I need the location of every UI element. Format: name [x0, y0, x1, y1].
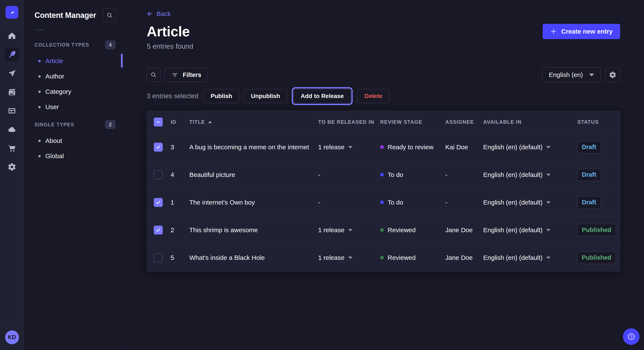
rail-item-marketplace[interactable] [5, 141, 19, 155]
table-header-row: ID TITLE TO BE RELEASED IN REVIEW STAGE … [147, 111, 620, 133]
publish-button[interactable]: Publish [204, 89, 239, 103]
cell-release[interactable]: 1 release [318, 226, 380, 234]
column-header-title[interactable]: TITLE [189, 119, 318, 125]
cell-release[interactable]: 1 release [318, 144, 380, 151]
indeterminate-dash-icon [156, 119, 161, 125]
rail-item-content-type-builder[interactable] [5, 104, 19, 118]
column-header-available-in: AVAILABLE IN [483, 119, 577, 125]
chevron-down-icon [546, 201, 551, 204]
row-checkbox[interactable] [154, 170, 163, 179]
cell-status: Published [577, 224, 620, 236]
nav-list: About Global [24, 133, 122, 164]
cell-available-in[interactable]: English (en) (default) [483, 199, 577, 206]
stage-dot-icon [380, 256, 384, 259]
nav-item-user[interactable]: User [24, 99, 122, 115]
add-to-release-button[interactable]: Add to Release [294, 89, 351, 103]
feather-icon [8, 50, 16, 59]
row-checkbox[interactable] [154, 143, 163, 152]
nav-item-label: Article [45, 57, 63, 65]
cell-assignee: Kai Doe [445, 144, 483, 151]
status-badge: Published [577, 224, 616, 236]
rail-item-releases[interactable] [5, 67, 19, 80]
bullet-icon [38, 60, 41, 62]
cell-available-in[interactable]: English (en) (default) [483, 144, 577, 151]
bullet-icon [38, 91, 41, 93]
nav-item-category[interactable]: Category [24, 84, 122, 99]
unpublish-button[interactable]: Unpublish [244, 89, 287, 103]
delete-button[interactable]: Delete [357, 89, 389, 103]
column-header-review-stage: REVIEW STAGE [380, 119, 445, 125]
entries-count: 5 entries found [147, 42, 620, 50]
strapi-logo[interactable] [6, 6, 18, 19]
rail-item-home[interactable] [5, 29, 19, 43]
subnav-search-button[interactable] [103, 8, 116, 22]
cell-assignee: Jane Doe [445, 226, 483, 234]
chevron-down-icon [546, 173, 551, 176]
row-checkbox[interactable] [154, 198, 163, 207]
locale-value: English (en) [549, 71, 583, 78]
nav-item-label: Global [45, 153, 64, 160]
table-row[interactable]: 5 What's inside a Black Hole 1 release R… [147, 244, 620, 271]
back-link[interactable]: Back [147, 10, 171, 17]
active-item-indicator [121, 54, 123, 68]
cell-review-stage: To do [380, 171, 445, 178]
user-avatar[interactable]: KD [5, 331, 19, 344]
rail-item-settings[interactable] [5, 160, 19, 174]
selection-count: 3 entries selected [147, 92, 198, 100]
nav-item-author[interactable]: Author [24, 69, 122, 84]
table-row[interactable]: 3 A bug is becoming a meme on the intern… [147, 133, 620, 161]
filter-icon [171, 71, 178, 78]
cell-id: 5 [170, 254, 189, 261]
select-all-checkbox[interactable] [154, 118, 163, 127]
cloud-icon [8, 125, 16, 134]
create-new-entry-button[interactable]: Create new entry [543, 24, 620, 39]
cell-id: 2 [170, 226, 189, 234]
chevron-down-icon [546, 228, 551, 232]
cell-review-stage: Ready to review [380, 144, 445, 151]
home-icon [8, 31, 16, 40]
sort-asc-icon [208, 121, 212, 124]
nav-item-about[interactable]: About [24, 133, 122, 149]
bullet-icon [38, 75, 41, 78]
view-settings-button[interactable] [605, 67, 620, 82]
rail-divider [0, 24, 24, 24]
nav-item-article[interactable]: Article [24, 53, 122, 69]
status-badge: Draft [577, 169, 601, 181]
stage-dot-icon [380, 145, 384, 149]
release-count: 1 release [318, 144, 344, 151]
locale-label: English (en) (default) [483, 254, 542, 261]
subnav-divider [34, 30, 45, 30]
locale-select[interactable]: English (en) [542, 67, 601, 82]
cell-release[interactable]: 1 release [318, 254, 380, 261]
cell-review-stage: Reviewed [380, 226, 445, 234]
release-count: - [318, 199, 320, 206]
rail-item-cloud[interactable] [5, 123, 19, 136]
help-button[interactable]: ? [623, 328, 640, 345]
row-checkbox[interactable] [154, 253, 163, 262]
table-row[interactable]: 2 This shrimp is awesome 1 release Revie… [147, 216, 620, 244]
cell-available-in[interactable]: English (en) (default) [483, 171, 577, 178]
table-row[interactable]: 4 Beautiful picture - To do - English (e… [147, 161, 620, 188]
nav-section: SINGLE TYPES 2 About Global [24, 120, 122, 164]
table-row[interactable]: 1 The internet's Own boy - To do - Engli… [147, 188, 620, 216]
filters-button[interactable]: Filters [164, 68, 208, 82]
rail-item-media-library[interactable] [5, 85, 19, 99]
table-body: 3 A bug is becoming a meme on the intern… [147, 133, 620, 271]
row-checkbox[interactable] [154, 226, 163, 234]
stage-label: Reviewed [388, 226, 416, 234]
column-header-id[interactable]: ID [170, 119, 189, 125]
locale-label: English (en) (default) [483, 226, 542, 234]
nav-item-label: Author [45, 73, 64, 80]
stage-label: Reviewed [388, 254, 416, 261]
list-search-button[interactable] [147, 68, 160, 82]
cell-status: Published [577, 252, 620, 264]
column-header-assignee: ASSIGNEE [445, 119, 483, 125]
nav-item-global[interactable]: Global [24, 149, 122, 164]
main-nav-rail: KD [0, 0, 24, 350]
rail-item-content-manager[interactable] [5, 48, 19, 61]
cell-available-in[interactable]: English (en) (default) [483, 226, 577, 234]
nav-item-label: User [45, 103, 59, 111]
cell-assignee: - [445, 171, 483, 178]
nav-section-count: 2 [105, 120, 116, 129]
cell-available-in[interactable]: English (en) (default) [483, 254, 577, 261]
